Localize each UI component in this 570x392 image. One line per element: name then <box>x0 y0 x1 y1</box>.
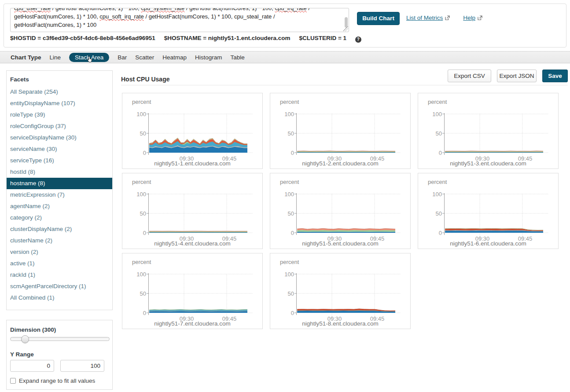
chart-card: percent 100 50 0 09:30 09:45 nightly51-6… <box>418 173 559 249</box>
facet-item[interactable]: roleConfigGroup (37) <box>7 121 112 132</box>
facet-item[interactable]: All Separate (254) <box>7 86 112 98</box>
facet-item[interactable]: hostname (8) <box>7 178 112 189</box>
facet-item[interactable]: clusterName (2) <box>7 235 112 246</box>
chart-type-label: Chart Type <box>11 54 41 61</box>
chart-type-option[interactable]: Heatmap <box>162 54 187 61</box>
context-variables: $HOSTID = c3f6ed39-cb5f-4dc6-8eb8-456e6a… <box>10 35 361 43</box>
chart-hostname: nightly51-2.ent.cloudera.com <box>270 160 410 167</box>
chart-hostname: nightly51-5.ent.cloudera.com <box>270 240 410 247</box>
dimension-label: Dimension (300) <box>10 326 56 333</box>
chart-type-option[interactable]: Scatter <box>135 54 154 61</box>
chart-card: percent 100 50 0 09:30 09:45 nightly51-2… <box>270 93 411 169</box>
facet-item[interactable]: serviceType (16) <box>7 155 112 166</box>
export-json-button[interactable]: Export JSON <box>497 70 537 82</box>
resize-grip-icon[interactable] <box>343 26 348 31</box>
facet-list: All Separate (254)entityDisplayName (107… <box>7 86 112 304</box>
page: cpu_user_rate / getHostFact(numCores, 1)… <box>0 0 570 392</box>
facet-item[interactable]: All Combined (1) <box>7 292 112 304</box>
charts-grid: percent 100 50 0 09:30 09:45 nightly51-1… <box>122 93 559 329</box>
chart-hostname: nightly51-8.ent.cloudera.com <box>270 320 410 327</box>
facet-item[interactable]: entityDisplayName (107) <box>7 98 112 109</box>
dimension-slider[interactable] <box>10 337 110 341</box>
chart-type-option[interactable]: Bar <box>118 54 127 61</box>
chart-hostname: nightly51-4.ent.cloudera.com <box>122 240 262 247</box>
facet-item[interactable]: version (2) <box>7 246 112 258</box>
chart-type-option[interactable]: Line <box>50 54 61 61</box>
chart-card: percent 100 50 0 09:30 09:45 nightly51-3… <box>418 93 559 169</box>
chart-controls-panel: Dimension (300) Y Range Expand range to … <box>6 320 113 390</box>
y-range-label: Y Range <box>10 351 34 358</box>
facet-item[interactable]: clusterDisplayName (2) <box>7 223 112 235</box>
facets-title: Facets <box>7 71 112 86</box>
chart-type-bar: Chart Type LineStack AreaBarScatterHeatm… <box>0 51 570 63</box>
facet-item[interactable]: serviceName (30) <box>7 143 112 155</box>
facets-panel: Facets All Separate (254)entityDisplayNa… <box>6 70 113 310</box>
divider <box>121 85 568 85</box>
chart-card: percent 100 50 0 09:30 09:45 nightly51-7… <box>122 253 263 329</box>
query-textarea[interactable]: cpu_user_rate / getHostFact(numCores, 1)… <box>10 8 349 32</box>
export-csv-button[interactable]: Export CSV <box>448 70 491 82</box>
chart-card: percent 100 50 0 09:30 09:45 nightly51-5… <box>270 173 411 249</box>
chart-hostname: nightly51-3.ent.cloudera.com <box>418 160 558 167</box>
query-panel: cpu_user_rate / getHostFact(numCores, 1)… <box>4 4 566 48</box>
facet-item[interactable]: hostId (8) <box>7 166 112 178</box>
dimension-slider-handle[interactable] <box>21 335 29 343</box>
facet-item[interactable]: roleType (39) <box>7 109 112 121</box>
list-of-metrics-label: List of Metrics <box>406 15 443 21</box>
external-link-icon <box>445 15 450 20</box>
page-title: Host CPU Usage <box>121 76 169 83</box>
expand-range-checkbox[interactable] <box>10 378 16 384</box>
facet-item[interactable]: category (2) <box>7 212 112 223</box>
help-icon[interactable]: ? <box>355 37 361 43</box>
chart-card: percent 100 50 0 09:30 09:45 nightly51-8… <box>270 253 411 329</box>
save-button[interactable]: Save <box>542 70 568 82</box>
chart-hostname: nightly51-6.ent.cloudera.com <box>418 240 558 247</box>
y-range-min-input[interactable] <box>10 360 54 372</box>
facet-item[interactable]: scmAgentParcelDirectory (1) <box>7 281 112 292</box>
help-link[interactable]: Help <box>463 15 482 21</box>
chart-card: percent 100 50 0 09:30 09:45 nightly51-4… <box>122 173 263 249</box>
facet-item[interactable]: serviceDisplayName (30) <box>7 132 112 143</box>
chart-hostname: nightly51-1.ent.cloudera.com <box>122 160 262 167</box>
facet-item[interactable]: active (1) <box>7 258 112 269</box>
chart-card: percent 100 50 0 09:30 09:45 nightly51-1… <box>122 93 263 169</box>
query-text: cpu_user_rate / getHostFact(numCores, 1)… <box>14 8 342 29</box>
chart-type-option[interactable]: Stack Area <box>69 53 109 62</box>
chart-type-option[interactable]: Histogram <box>195 54 222 61</box>
expand-range-label: Expand range to fit all values <box>19 377 95 384</box>
help-label: Help <box>463 15 475 21</box>
facet-item[interactable]: metricExpression (7) <box>7 189 112 201</box>
build-chart-button[interactable]: Build Chart <box>357 12 400 25</box>
chart-hostname: nightly51-7.ent.cloudera.com <box>122 320 262 327</box>
list-of-metrics-link[interactable]: List of Metrics <box>406 15 450 21</box>
y-range-max-input[interactable] <box>60 360 104 372</box>
facet-item[interactable]: agentName (2) <box>7 201 112 212</box>
facet-item[interactable]: rackId (1) <box>7 269 112 281</box>
chart-type-option[interactable]: Table <box>230 54 244 61</box>
external-link-icon <box>478 15 482 20</box>
